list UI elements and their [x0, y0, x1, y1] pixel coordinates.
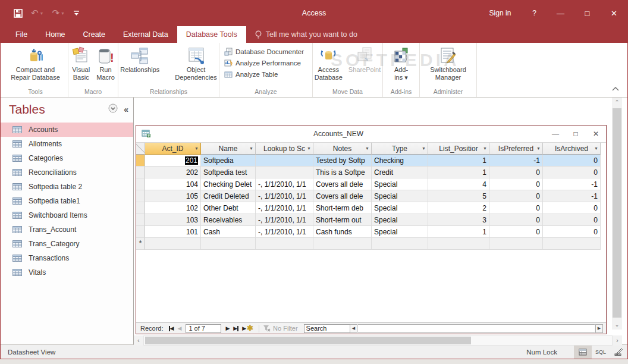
sidebar-item-trans-account[interactable]: Trans_Account	[1, 222, 133, 237]
cell[interactable]: Tested by Softp	[313, 155, 372, 167]
vscroll-thumb[interactable]	[613, 108, 621, 318]
doc-maximize-icon[interactable]: □	[566, 125, 586, 142]
sidebar-item-switchboard-items[interactable]: Switchboard Items	[1, 208, 133, 222]
cell[interactable]: -, 1/1/2010, 1/1	[256, 226, 313, 238]
cell[interactable]: Cash funds	[313, 226, 372, 238]
cell[interactable]: 202	[145, 167, 201, 178]
cell[interactable]: 0	[543, 167, 601, 178]
redo-button[interactable]: ↷▼	[52, 8, 65, 18]
analyze-performance-button[interactable]: Analyze Performance	[224, 59, 304, 67]
sort-dropdown-icon[interactable]: ▼	[194, 146, 199, 150]
scroll-right-icon[interactable]: ▶	[595, 324, 603, 333]
cell[interactable]: Other Debt	[201, 202, 256, 214]
cell[interactable]: 0	[489, 190, 543, 202]
cell[interactable]: This is a Softpe	[313, 167, 372, 178]
cell[interactable]: Softpedia test	[201, 167, 256, 178]
cell[interactable]: 2	[428, 202, 489, 214]
cell[interactable]: 102	[145, 202, 201, 214]
cell[interactable]	[256, 167, 313, 178]
cell[interactable]: Special	[372, 190, 428, 202]
column-header-type[interactable]: Type▼	[372, 143, 428, 155]
row-selector[interactable]	[136, 202, 145, 214]
tell-me-box[interactable]: Tell me what you want to do	[246, 26, 366, 43]
design-view-icon[interactable]	[610, 345, 627, 359]
sign-in-button[interactable]: Sign in	[479, 0, 522, 26]
cell[interactable]: Checking Delet	[201, 178, 256, 190]
row-selector[interactable]	[136, 178, 145, 190]
cell[interactable]: 104	[145, 178, 201, 190]
column-header-ispreferred[interactable]: IsPreferred▼	[489, 143, 543, 155]
cell[interactable]	[489, 238, 543, 250]
no-filter-button[interactable]: No Filter	[263, 325, 298, 332]
compact-repair-button[interactable]: Compact and Repair Database	[8, 44, 63, 82]
vscroll-up-icon[interactable]: ⌃	[612, 98, 622, 107]
cell[interactable]: 0	[489, 214, 543, 226]
cell[interactable]	[256, 238, 313, 250]
row-selector[interactable]	[136, 190, 145, 202]
cell[interactable]: Special	[372, 202, 428, 214]
cell[interactable]: Special	[372, 226, 428, 238]
customize-qat-button[interactable]	[73, 10, 80, 17]
minimize-icon[interactable]: —	[547, 0, 574, 26]
maximize-icon[interactable]: □	[574, 0, 601, 26]
cell[interactable]: 0	[489, 178, 543, 190]
tab-external-data[interactable]: External Data	[114, 26, 177, 43]
cell[interactable]: Short-term out	[313, 214, 372, 226]
cell[interactable]: 0	[543, 226, 601, 238]
cell[interactable]: 1	[428, 226, 489, 238]
save-icon[interactable]	[14, 9, 23, 18]
next-record-icon[interactable]: ▶	[225, 325, 230, 331]
cell[interactable]: -, 1/1/2010, 1/1	[256, 214, 313, 226]
nav-pane-menu-icon[interactable]	[108, 103, 118, 115]
cell[interactable]: Softpedia	[201, 155, 256, 167]
sql-view-icon[interactable]: SQL	[592, 345, 610, 359]
cell[interactable]: Cash	[201, 226, 256, 238]
cell[interactable]: 0	[489, 226, 543, 238]
tab-database-tools[interactable]: Database Tools	[177, 26, 246, 43]
cell[interactable]: 0	[543, 155, 601, 167]
shutter-bar-close-icon[interactable]: «	[124, 105, 128, 114]
cell[interactable]: 3	[428, 214, 489, 226]
sort-dropdown-icon[interactable]: ▼	[365, 146, 369, 150]
cell[interactable]	[372, 238, 428, 250]
current-record-box[interactable]: 1 of 7	[186, 324, 221, 333]
last-record-icon[interactable]: ▶	[233, 325, 238, 331]
cell[interactable]: Checking	[372, 155, 428, 167]
sidebar-item-allotments[interactable]: Allotments	[1, 137, 133, 151]
cell[interactable]: -, 1/1/2010, 1/1	[256, 190, 313, 202]
sort-dropdown-icon[interactable]: ▼	[249, 146, 253, 150]
cell[interactable]	[313, 238, 372, 250]
collapse-ribbon-icon[interactable]	[612, 83, 619, 93]
doc-close-icon[interactable]: ✕	[586, 125, 606, 142]
row-selector[interactable]	[136, 214, 145, 226]
sort-dropdown-icon[interactable]: ▼	[422, 146, 426, 150]
add-ins-button[interactable]: Add- ins ▾	[390, 44, 413, 82]
cell[interactable]: Covers all dele	[313, 178, 372, 190]
sort-dropdown-icon[interactable]: ▼	[483, 146, 487, 150]
cell[interactable]: 1	[428, 155, 489, 167]
cell[interactable]	[201, 238, 256, 250]
cell[interactable]: -, 1/1/2010, 1/1	[256, 178, 313, 190]
cell[interactable]: 0	[543, 214, 601, 226]
cell[interactable]: Covers all dele	[313, 190, 372, 202]
cell[interactable]: -1	[489, 155, 543, 167]
tab-create[interactable]: Create	[74, 26, 115, 43]
row-selector[interactable]	[136, 155, 145, 167]
cell[interactable]	[428, 238, 489, 250]
help-button[interactable]: ?	[522, 0, 547, 26]
previous-record-icon[interactable]: ◀	[177, 325, 181, 331]
visual-basic-button[interactable]: Visual Basic	[68, 44, 93, 82]
relationships-button[interactable]: Relationships	[117, 44, 162, 74]
cell[interactable]: Short-term deb	[313, 202, 372, 214]
sort-dropdown-icon[interactable]: ▼	[307, 146, 311, 150]
switchboard-manager-button[interactable]: Switchboard Manager	[427, 44, 469, 82]
cell[interactable]: 1	[428, 167, 489, 178]
cell[interactable]: 101	[145, 226, 201, 238]
run-macro-button[interactable]: ! Run Macro	[93, 44, 118, 82]
sidebar-item-reconciliations[interactable]: Reconciliations	[1, 165, 133, 180]
new-record-selector[interactable]: *	[136, 238, 145, 250]
tab-file[interactable]: File	[7, 26, 36, 43]
column-header-notes[interactable]: Notes▼	[313, 143, 372, 155]
vscroll-down-icon[interactable]: ⌄	[612, 320, 622, 330]
cell[interactable]: Receivables	[201, 214, 256, 226]
